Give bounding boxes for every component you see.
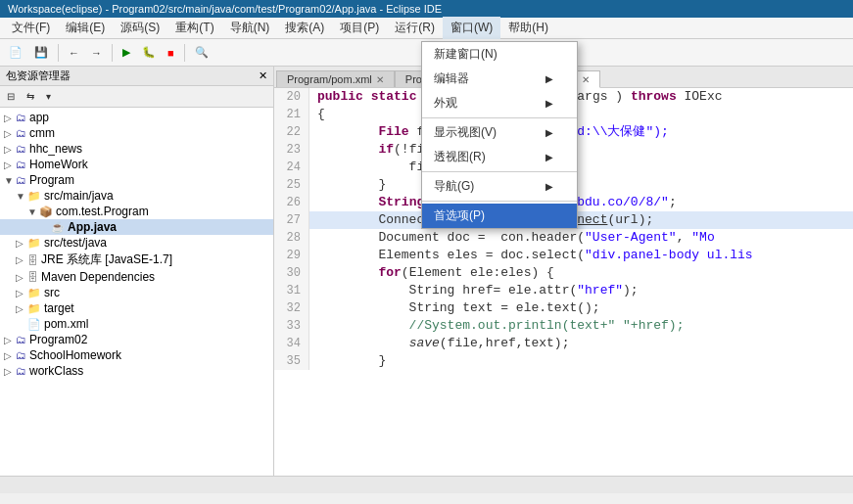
- tree-item-homework[interactable]: ▷ 🗂 HomeWork: [0, 157, 273, 172]
- tree-item-src-test[interactable]: ▷ 📁 src/test/java: [0, 235, 273, 251]
- tree-item-src[interactable]: ▷ 📁 src: [0, 285, 273, 300]
- search-btn[interactable]: 🔍: [190, 43, 213, 62]
- menu-preferences[interactable]: 首选项(P): [422, 204, 577, 228]
- menu-run[interactable]: 运行(R): [387, 17, 443, 39]
- back-btn[interactable]: ←: [64, 44, 84, 62]
- tree-item-jre[interactable]: ▷ 🗄 JRE 系统库 [JavaSE-1.7]: [0, 251, 273, 269]
- pkg-collapse-btn[interactable]: ⊟: [2, 88, 20, 105]
- stop-btn[interactable]: ■: [163, 44, 179, 62]
- tree-item-workclass[interactable]: ▷ 🗂 workClass: [0, 363, 273, 379]
- save-btn[interactable]: 💾: [29, 43, 53, 62]
- run-btn[interactable]: ▶: [118, 43, 135, 62]
- menu-search[interactable]: 搜索(A): [277, 17, 332, 39]
- title-bar: Workspace(eclipse) - Program02/src/main/…: [0, 0, 853, 18]
- menu-help[interactable]: 帮助(H): [500, 17, 556, 39]
- menu-perspective[interactable]: 透视图(R) ▶: [422, 145, 577, 169]
- menu-edit[interactable]: 编辑(E): [58, 17, 113, 39]
- code-line-30: 30 for(Element ele:eles) {: [274, 264, 853, 282]
- tab-pom-xml[interactable]: Program/pom.xml ✕: [276, 70, 395, 87]
- tree-item-maven[interactable]: ▷ 🗄 Maven Dependencies: [0, 269, 273, 285]
- pkg-tree: ▷ 🗂 app ▷ 🗂 cmm ▷ 🗂 hhc_news ▷ 🗂 Hom: [0, 108, 273, 476]
- pkg-explorer-header: 包资源管理器 ✕: [0, 67, 273, 86]
- pkg-explorer-title: 包资源管理器: [6, 69, 71, 83]
- perspective-arrow: ▶: [545, 152, 553, 162]
- menu-sep-2: [422, 171, 577, 172]
- pkg-explorer-close[interactable]: ✕: [259, 69, 267, 82]
- tree-item-com-test[interactable]: ▼ 📦 com.test.Program: [0, 204, 273, 219]
- tree-item-hhc-news[interactable]: ▷ 🗂 hhc_news: [0, 141, 273, 157]
- code-line-28: 28 Document doc = con.header("User-Agent…: [274, 229, 853, 247]
- menu-navigation[interactable]: 导航(G) ▶: [422, 174, 577, 199]
- pkg-link-btn[interactable]: ⇆: [22, 88, 39, 105]
- menu-bar: 文件(F) 编辑(E) 源码(S) 重构(T) 导航(N) 搜索(A) 项目(P…: [0, 18, 853, 39]
- code-line-34: 34 save(file,href,text);: [274, 335, 853, 352]
- menu-window[interactable]: 窗口(W): [443, 17, 500, 39]
- menu-new-window[interactable]: 新建窗口(N): [422, 42, 577, 67]
- menu-file[interactable]: 文件(F): [4, 17, 58, 39]
- code-line-33: 33 //System.out.println(text+" "+href);: [274, 317, 853, 335]
- tree-item-cmm[interactable]: ▷ 🗂 cmm: [0, 125, 273, 141]
- window-dropdown-menu: 新建窗口(N) 编辑器 ▶ 外观 ▶ 显示视图(V) ▶ 透视图(R) ▶ 导航…: [421, 41, 578, 229]
- menu-sep-1: [422, 117, 577, 118]
- editor-submenu-arrow: ▶: [545, 73, 553, 84]
- toolbar-sep-2: [112, 44, 113, 62]
- tab-pom-label: Program/pom.xml: [287, 73, 372, 85]
- appearance-submenu-arrow: ▶: [545, 98, 553, 109]
- menu-nav[interactable]: 导航(N): [222, 17, 278, 39]
- tree-item-src-main[interactable]: ▼ 📁 src/main/java: [0, 188, 273, 204]
- menu-appearance[interactable]: 外观 ▶: [422, 91, 577, 115]
- toolbar-sep-1: [58, 44, 59, 62]
- menu-editor[interactable]: 编辑器 ▶: [422, 67, 577, 91]
- new-btn[interactable]: 📄: [4, 43, 27, 62]
- tab-app-close[interactable]: ✕: [582, 74, 590, 85]
- code-line-32: 32 String text = ele.text();: [274, 299, 853, 317]
- pkg-menu-btn[interactable]: ▾: [41, 88, 56, 105]
- status-bar: [0, 476, 853, 493]
- tree-item-schoolhomework[interactable]: ▷ 🗂 SchoolHomework: [0, 347, 273, 363]
- debug-btn[interactable]: 🐛: [137, 43, 161, 62]
- menu-project[interactable]: 项目(P): [332, 17, 387, 39]
- tree-item-app[interactable]: ▷ 🗂 app: [0, 110, 273, 125]
- tree-item-target[interactable]: ▷ 📁 target: [0, 300, 273, 316]
- menu-sep-3: [422, 201, 577, 202]
- tree-item-program02[interactable]: ▷ 🗂 Program02: [0, 332, 273, 347]
- menu-source[interactable]: 源码(S): [113, 17, 167, 39]
- forward-btn[interactable]: →: [86, 44, 107, 62]
- pkg-explorer-toolbar: ⊟ ⇆ ▾: [0, 86, 273, 108]
- code-line-29: 29 Elements eles = doc.select("div.panel…: [274, 247, 853, 264]
- code-line-31: 31 String href= ele.attr("href");: [274, 282, 853, 299]
- tab-pom-close[interactable]: ✕: [376, 74, 384, 85]
- show-view-arrow: ▶: [545, 127, 553, 138]
- toolbar-sep-3: [184, 44, 185, 62]
- tree-item-pom[interactable]: 📄 pom.xml: [0, 316, 273, 332]
- title-text: Workspace(eclipse) - Program02/src/main/…: [8, 3, 442, 15]
- tree-item-app-java[interactable]: ☕ App.java: [0, 219, 273, 235]
- navigation-arrow: ▶: [545, 181, 553, 192]
- menu-show-view[interactable]: 显示视图(V) ▶: [422, 120, 577, 145]
- tree-item-program[interactable]: ▼ 🗂 Program: [0, 172, 273, 188]
- package-explorer: 包资源管理器 ✕ ⊟ ⇆ ▾ ▷ 🗂 app ▷ 🗂 cmm: [0, 67, 274, 476]
- menu-refactor[interactable]: 重构(T): [167, 17, 221, 39]
- code-line-35: 35 }: [274, 352, 853, 370]
